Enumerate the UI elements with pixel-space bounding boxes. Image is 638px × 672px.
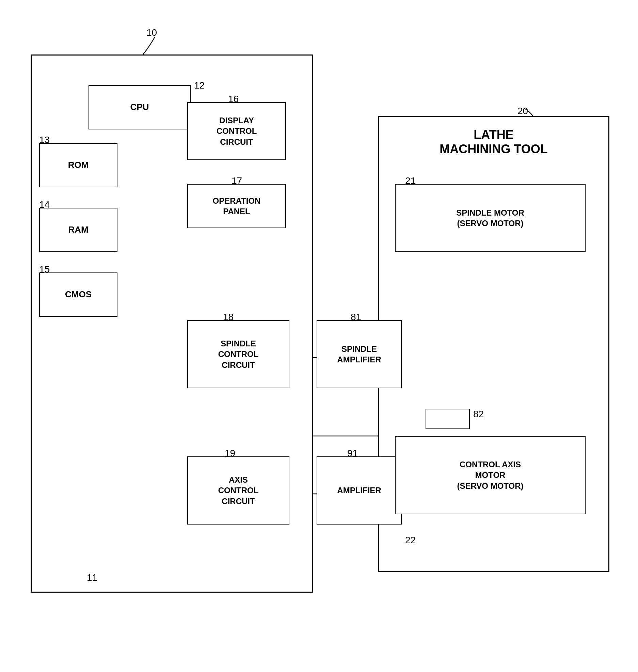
ref-21: 21	[405, 175, 416, 186]
lathe-title: LATHEMACHINING TOOL	[385, 128, 603, 156]
cpu-block: CPU	[89, 85, 191, 129]
control-axis-motor-block: CONTROL AXISMOTOR(SERVO MOTOR)	[395, 436, 586, 514]
display-ctrl-block: DISPLAYCONTROLCIRCUIT	[187, 102, 286, 160]
ref-22: 22	[405, 535, 416, 546]
operation-panel-block: OPERATIONPANEL	[187, 184, 286, 228]
spindle-motor-block: SPINDLE MOTOR(SERVO MOTOR)	[395, 184, 586, 252]
ref-18: 18	[223, 312, 234, 323]
ref-14: 14	[39, 199, 50, 210]
ref-81: 81	[351, 312, 361, 323]
ref-17: 17	[232, 175, 242, 186]
ref-16: 16	[228, 94, 239, 105]
ref-12: 12	[194, 80, 205, 91]
ref-10: 10	[146, 27, 157, 38]
ref-13: 13	[39, 135, 50, 145]
amplifier-block: AMPLIFIER	[317, 456, 402, 525]
axis-ctrl-block: AXISCONTROLCIRCUIT	[187, 456, 289, 525]
diagram-container: 10	[20, 27, 626, 661]
ref-19: 19	[225, 448, 235, 459]
ref-11: 11	[87, 572, 97, 583]
encoder-box	[426, 409, 470, 429]
cmos-block: CMOS	[39, 272, 117, 317]
ref-15: 15	[39, 264, 50, 275]
ref-20: 20	[517, 106, 528, 116]
spindle-ctrl-block: SPINDLECONTROLCIRCUIT	[187, 320, 289, 388]
ref-91: 91	[347, 448, 358, 459]
rom-block: ROM	[39, 143, 117, 187]
spindle-amp-block: SPINDLEAMPLIFIER	[317, 320, 402, 388]
ram-block: RAM	[39, 208, 117, 252]
ref-82: 82	[473, 409, 484, 420]
